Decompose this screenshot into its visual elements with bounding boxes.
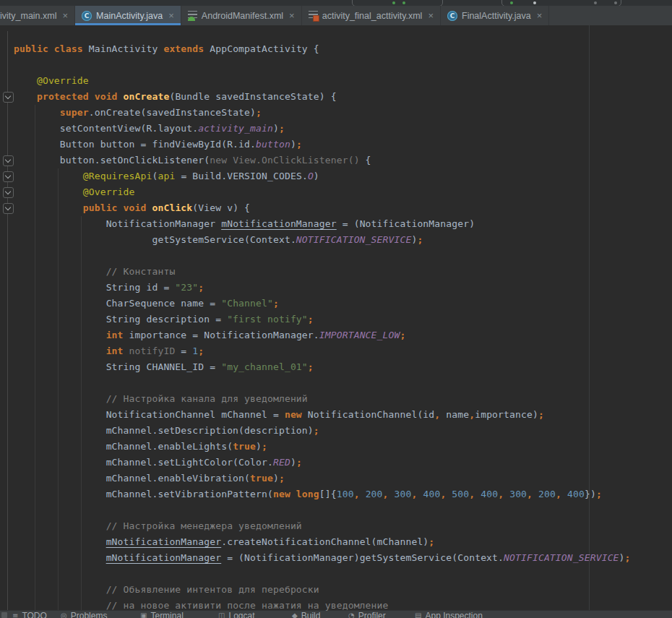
code-token <box>14 346 106 356</box>
fold-marker-icon[interactable] <box>3 187 14 198</box>
fold-marker-icon[interactable] <box>3 171 14 182</box>
device-selector-widget[interactable] <box>501 0 621 6</box>
code-token: , <box>469 489 481 499</box>
code-token: 200 <box>538 489 556 499</box>
tab-label: ivity_main.xml <box>0 11 57 21</box>
code-token: mChannel.setVibrationPattern( <box>14 489 273 499</box>
code-line[interactable]: mChannel.enableLights(true); <box>14 439 672 455</box>
code-token: // Константы <box>106 266 176 277</box>
tab-ivity-main-xml[interactable]: ivity_main.xml× <box>0 6 75 25</box>
code-token <box>14 171 83 181</box>
tab-activity-final-acttivity-xml[interactable]: activity_final_acttivity.xml× <box>302 6 441 25</box>
code-line[interactable]: mChannel.setDescription(description); <box>14 423 672 439</box>
code-token: ; <box>308 361 314 372</box>
code-token: ; <box>279 473 285 484</box>
code-line[interactable]: setContentView(R.layout.activity_main); <box>14 121 672 137</box>
code-line[interactable]: mNotificationManager.createNotificationC… <box>14 534 672 550</box>
code-line[interactable]: @Override <box>14 73 672 89</box>
code-line[interactable]: Button button = findViewById(R.id.button… <box>14 137 672 153</box>
code-line[interactable]: NotificationManager mNotificationManager… <box>14 216 672 232</box>
code-token: ; <box>262 441 267 452</box>
code-line[interactable] <box>14 57 672 73</box>
tab-finalacttivity-java[interactable]: CFinalActtivity.java× <box>441 6 549 25</box>
code-line[interactable]: super.onCreate(savedInstanceState); <box>14 105 672 121</box>
code-token: = <box>181 346 192 356</box>
code-line[interactable]: int importance = NotificationManager.IMP… <box>14 327 672 343</box>
code-line[interactable]: public class MainActivity extends AppCom… <box>14 41 672 57</box>
code-line[interactable]: // Обьявление интентов для переброски <box>14 582 672 598</box>
code-line[interactable]: mNotificationManager = (NotificationMana… <box>14 550 672 566</box>
tab-close-icon[interactable]: × <box>428 11 434 20</box>
code-token: setContentView(R.layout. <box>14 123 198 134</box>
fold-marker-icon[interactable] <box>3 155 14 166</box>
code-token: }) <box>585 489 596 499</box>
code-token: Button button = findViewById(R.id. <box>14 139 256 150</box>
code-token: ; <box>314 425 319 436</box>
code-token <box>14 91 37 102</box>
toolbar-dot-icon <box>533 1 536 4</box>
code-line[interactable]: public void onClick(View v) { <box>14 200 672 216</box>
code-line[interactable]: mChannel.setLightColor(Color.RED); <box>14 455 672 471</box>
code-token: MainActivity <box>89 43 164 54</box>
code-token: ; <box>279 123 285 134</box>
tool-stripe-icon[interactable] <box>1 612 7 618</box>
code-token: ) <box>314 171 319 181</box>
code-token: new <box>285 409 308 420</box>
code-token: ) <box>256 441 262 452</box>
code-line[interactable]: // на новое активити после нажатия на ув… <box>14 598 672 614</box>
code-line[interactable]: button.setOnClickListener(new View.OnCli… <box>14 153 672 168</box>
code-token: button <box>256 139 290 150</box>
code-token: String description = <box>14 314 227 325</box>
code-line[interactable]: String id = "23"; <box>14 280 672 296</box>
gutter-fold-line <box>7 31 8 618</box>
code-token <box>14 202 83 213</box>
code-line[interactable] <box>14 502 672 518</box>
code-token: true <box>250 473 273 484</box>
code-token: = (NotificationManager) <box>337 218 475 229</box>
code-token: NotificationChannel(id <box>308 409 435 420</box>
code-line[interactable]: // Константы <box>14 264 672 280</box>
code-line[interactable]: NotificationChannel mChannel = new Notif… <box>14 407 672 423</box>
code-line[interactable]: @RequiresApi(api = Build.VERSION_CODES.O… <box>14 168 672 184</box>
code-line[interactable]: String description = "first notify"; <box>14 312 672 327</box>
code-token: mNotificationManager <box>106 536 222 547</box>
code-line[interactable]: String CHANNEL_ID = "my_channel_01"; <box>14 359 672 375</box>
chevron-down-icon <box>5 173 11 179</box>
tab-mainactivity-java[interactable]: CMainActivity.java× <box>75 6 181 25</box>
run-configuration-widget[interactable] <box>352 0 443 6</box>
code-token: activity_main <box>198 123 273 134</box>
tab-close-icon[interactable]: × <box>63 11 69 20</box>
code-line[interactable]: CharSequence name = "Channel"; <box>14 296 672 312</box>
tab-close-icon[interactable]: × <box>537 11 543 20</box>
code-line[interactable]: getSystemService(Context.NOTIFICATION_SE… <box>14 232 672 248</box>
code-line[interactable]: mChannel.enableVibration(true); <box>14 471 672 486</box>
code-editor[interactable]: public class MainActivity extends AppCom… <box>0 25 672 618</box>
tab-close-icon[interactable]: × <box>168 11 174 20</box>
code-line[interactable] <box>14 248 672 264</box>
code-line[interactable]: mChannel.setVibrationPattern(new long[]{… <box>14 486 672 502</box>
code-line[interactable] <box>14 566 672 582</box>
code-area[interactable]: public class MainActivity extends AppCom… <box>14 41 672 614</box>
code-token: (View v) { <box>192 202 250 213</box>
code-line[interactable]: @Override <box>14 184 672 200</box>
code-token: RED <box>273 457 290 468</box>
debug-icon[interactable] <box>402 1 405 4</box>
code-token: = Build.VERSION_CODES. <box>181 171 308 181</box>
fold-marker-icon[interactable] <box>3 203 14 214</box>
code-token: ; <box>296 139 302 150</box>
code-line[interactable]: int notifyID = 1; <box>14 343 672 359</box>
chevron-down-icon <box>5 189 11 194</box>
chevron-down-icon <box>5 205 11 210</box>
code-line[interactable]: protected void onCreate(Bundle savedInst… <box>14 89 672 105</box>
run-icon[interactable] <box>392 1 395 4</box>
code-token: ) <box>619 552 625 563</box>
code-token: , <box>498 489 509 499</box>
code-line[interactable]: // Настройка менеджера уведомлений <box>14 518 672 534</box>
code-token <box>14 186 83 197</box>
tab-androidmanifest-xml[interactable]: AndroidManifest.xml× <box>181 6 302 25</box>
code-line[interactable] <box>14 375 672 391</box>
fold-marker-icon[interactable] <box>3 92 14 103</box>
code-token: ; <box>273 298 279 309</box>
code-line[interactable]: // Настройка канала для уведомлений <box>14 391 672 407</box>
tab-close-icon[interactable]: × <box>289 11 295 20</box>
